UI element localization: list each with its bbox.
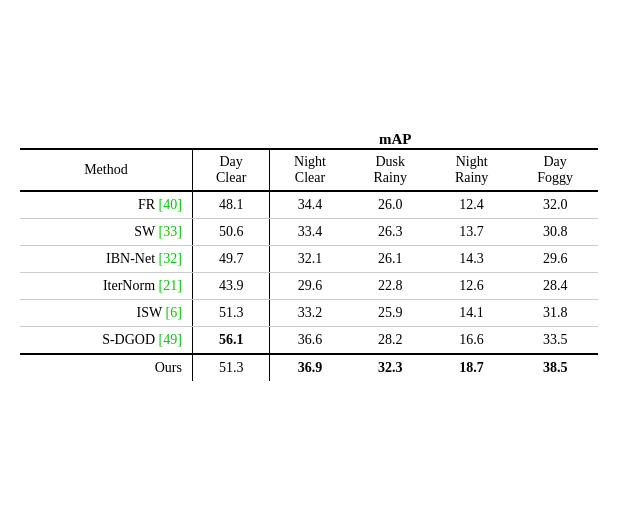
method-cell: IBN-Net [32] — [20, 246, 192, 273]
data-cell: 14.1 — [431, 300, 512, 327]
data-cell: 51.3 — [192, 300, 270, 327]
table-row: IterNorm [21]43.929.622.812.628.4 — [20, 273, 598, 300]
method-cell: S-DGOD [49] — [20, 327, 192, 355]
map-label: mAP — [379, 131, 412, 147]
data-cell: 26.3 — [349, 219, 430, 246]
table-wrapper: mAP Method Day Clear Night Clear Dusk — [20, 131, 598, 381]
col-header-day-foggy: Day Foggy — [512, 149, 598, 191]
table-row: Ours51.336.932.318.738.5 — [20, 354, 598, 381]
col-header-day-clear: Day Clear — [192, 149, 270, 191]
data-cell: 28.2 — [349, 327, 430, 355]
col-header-night-rainy: Night Rainy — [431, 149, 512, 191]
data-cell: 36.9 — [270, 354, 350, 381]
data-cell: 26.1 — [349, 246, 430, 273]
method-cell: IterNorm [21] — [20, 273, 192, 300]
data-cell: 56.1 — [192, 327, 270, 355]
data-cell: 32.3 — [349, 354, 430, 381]
data-cell: 33.5 — [512, 327, 598, 355]
data-cell: 12.6 — [431, 273, 512, 300]
data-cell: 25.9 — [349, 300, 430, 327]
data-cell: 38.5 — [512, 354, 598, 381]
results-table: mAP Method Day Clear Night Clear Dusk — [20, 131, 598, 381]
data-cell: 32.1 — [270, 246, 350, 273]
data-cell: 49.7 — [192, 246, 270, 273]
table-row: IBN-Net [32]49.732.126.114.329.6 — [20, 246, 598, 273]
method-cell: Ours — [20, 354, 192, 381]
data-cell: 16.6 — [431, 327, 512, 355]
data-cell: 29.6 — [512, 246, 598, 273]
data-cell: 12.4 — [431, 191, 512, 219]
data-cell: 30.8 — [512, 219, 598, 246]
data-cell: 32.0 — [512, 191, 598, 219]
data-cell: 34.4 — [270, 191, 350, 219]
data-cell: 50.6 — [192, 219, 270, 246]
table-row: SW [33]50.633.426.313.730.8 — [20, 219, 598, 246]
table-row: ISW [6]51.333.225.914.131.8 — [20, 300, 598, 327]
data-cell: 26.0 — [349, 191, 430, 219]
table-row: S-DGOD [49]56.136.628.216.633.5 — [20, 327, 598, 355]
data-cell: 31.8 — [512, 300, 598, 327]
map-header: mAP — [192, 131, 598, 149]
data-cell: 18.7 — [431, 354, 512, 381]
method-cell: ISW [6] — [20, 300, 192, 327]
col-header-dusk-rainy: Dusk Rainy — [349, 149, 430, 191]
data-cell: 28.4 — [512, 273, 598, 300]
method-cell: SW [33] — [20, 219, 192, 246]
method-cell: FR [40] — [20, 191, 192, 219]
method-column-header: Method — [20, 149, 192, 191]
data-cell: 33.4 — [270, 219, 350, 246]
data-cell: 13.7 — [431, 219, 512, 246]
data-cell: 51.3 — [192, 354, 270, 381]
data-cell: 36.6 — [270, 327, 350, 355]
data-cell: 29.6 — [270, 273, 350, 300]
data-cell: 48.1 — [192, 191, 270, 219]
data-cell: 43.9 — [192, 273, 270, 300]
data-cell: 22.8 — [349, 273, 430, 300]
table-row: FR [40]48.134.426.012.432.0 — [20, 191, 598, 219]
data-cell: 33.2 — [270, 300, 350, 327]
empty-header-cell — [20, 131, 192, 149]
col-header-night-clear: Night Clear — [270, 149, 350, 191]
data-cell: 14.3 — [431, 246, 512, 273]
